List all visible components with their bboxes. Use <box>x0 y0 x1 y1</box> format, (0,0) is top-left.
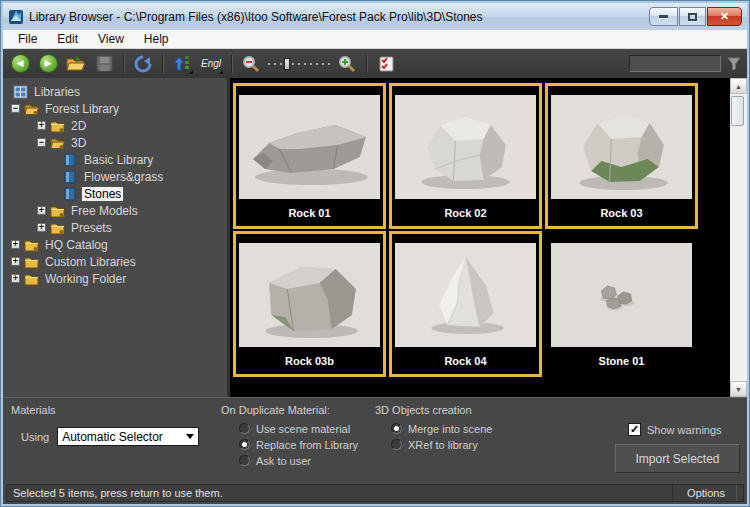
tree-item-3d[interactable]: − 3D <box>3 134 227 151</box>
back-button[interactable]: ◀ <box>9 53 31 75</box>
refresh-icon <box>134 55 152 73</box>
collapse-expander-icon[interactable]: − <box>11 104 20 113</box>
thumbnail-label: Rock 04 <box>444 347 486 374</box>
expand-expander-icon[interactable]: + <box>11 240 20 249</box>
library-book-icon <box>63 153 78 167</box>
tree-item-2d[interactable]: + 2D <box>3 117 227 134</box>
show-warnings-toggle[interactable]: ✓ Show warnings <box>628 423 722 436</box>
expand-expander-icon[interactable]: + <box>11 257 20 266</box>
zoom-out-icon <box>242 55 260 73</box>
collapse-expander-icon[interactable]: − <box>37 138 46 147</box>
duplicate-material-group-label: On Duplicate Material: <box>221 404 330 416</box>
zoom-in-button[interactable] <box>336 53 358 75</box>
radio-replace-from-library[interactable]: Replace from Library <box>239 438 358 451</box>
menu-help[interactable]: Help <box>135 31 178 47</box>
language-label: Engl <box>199 58 223 69</box>
tree-item-basic-library[interactable]: Basic Library <box>3 151 227 168</box>
thumbnail-rock-03b[interactable]: Rock 03b <box>233 231 386 377</box>
thumbnail-size-slider[interactable] <box>268 57 330 71</box>
folder-icon <box>24 238 39 252</box>
toolbar-separator <box>366 55 367 73</box>
radio-use-scene-material[interactable]: Use scene material <box>239 422 358 435</box>
radio-merge-into-scene[interactable]: Merge into scene <box>391 422 492 435</box>
open-library-button[interactable] <box>65 53 87 75</box>
expand-expander-icon[interactable]: + <box>37 121 46 130</box>
radio-icon <box>239 423 250 434</box>
library-book-icon <box>63 187 78 201</box>
tree-item-stones[interactable]: Stones <box>3 185 227 202</box>
thumbnail-rock-02[interactable]: Rock 02 <box>389 83 542 229</box>
filter-icon[interactable] <box>727 57 741 71</box>
close-button[interactable]: ✕ <box>707 7 742 26</box>
radio-ask-to-user[interactable]: Ask to user <box>239 454 358 467</box>
radio-icon <box>239 455 250 466</box>
chevron-down-icon <box>182 428 198 445</box>
dropdown-corner-mark <box>219 70 223 74</box>
expand-expander-icon[interactable]: + <box>37 206 46 215</box>
search-input[interactable] <box>629 55 721 72</box>
radio-xref-to-library[interactable]: XRef to library <box>391 438 492 451</box>
tree-item-free-models[interactable]: + Free Models <box>3 202 227 219</box>
options-panel: Materials Using Automatic Selector On Du… <box>3 397 747 482</box>
folder-icon <box>50 204 65 218</box>
minimize-button[interactable] <box>649 7 678 26</box>
thumbnail-label: Rock 03b <box>285 347 334 374</box>
dropdown-corner-mark <box>189 70 193 74</box>
radio-label: Ask to user <box>256 455 311 467</box>
vertical-scrollbar[interactable]: ▲ ▼ <box>730 78 747 397</box>
tree-item-label: Forest Library <box>43 102 121 116</box>
validate-button[interactable] <box>375 53 397 75</box>
checklist-icon <box>379 56 394 72</box>
scroll-up-icon[interactable]: ▲ <box>730 78 747 94</box>
title-bar: Library Browser - C:\Program Files (x86)… <box>3 3 747 30</box>
import-selected-button[interactable]: Import Selected <box>615 444 740 473</box>
maximize-button[interactable] <box>679 7 706 26</box>
tree-item-label: Stones <box>82 187 123 201</box>
thumbnail-rock-04[interactable]: Rock 04 <box>389 231 542 377</box>
using-label: Using <box>21 431 49 443</box>
thumbnail-stone-01[interactable]: Stone 01 <box>545 231 698 377</box>
forward-button[interactable]: ▶ <box>37 53 59 75</box>
tree-item-working-folder[interactable]: + Working Folder <box>3 270 227 287</box>
rock-03-image <box>551 95 692 199</box>
zoom-out-button[interactable] <box>240 53 262 75</box>
tree-item-libraries[interactable]: Libraries <box>3 83 227 100</box>
language-button[interactable]: Engl <box>199 53 223 75</box>
menu-edit[interactable]: Edit <box>48 31 87 47</box>
library-tree: Libraries − Forest Library + 2D <box>3 78 227 397</box>
slider-thumb[interactable] <box>284 58 290 70</box>
tree-item-label: HQ Catalog <box>43 238 110 252</box>
radio-label: Replace from Library <box>256 439 358 451</box>
material-selector-dropdown[interactable]: Automatic Selector <box>57 427 199 446</box>
tree-item-custom-libraries[interactable]: + Custom Libraries <box>3 253 227 270</box>
stone-01-image <box>551 243 692 347</box>
folder-icon <box>50 221 65 235</box>
options-button[interactable]: Options <box>672 485 737 501</box>
tree-item-label: Custom Libraries <box>43 255 138 269</box>
expand-expander-icon[interactable]: + <box>11 274 20 283</box>
sort-button[interactable] <box>171 53 193 75</box>
save-button[interactable] <box>93 53 115 75</box>
scroll-down-icon[interactable]: ▼ <box>730 381 747 397</box>
dropdown-value: Automatic Selector <box>62 430 163 444</box>
forward-icon: ▶ <box>39 54 58 73</box>
tree-item-hq-catalog[interactable]: + HQ Catalog <box>3 236 227 253</box>
tree-item-flowers-grass[interactable]: Flowers&grass <box>3 168 227 185</box>
tree-item-presets[interactable]: + Presets <box>3 219 227 236</box>
tree-item-forest-library[interactable]: − Forest Library <box>3 100 227 117</box>
tree-item-label: Presets <box>69 221 114 235</box>
menu-file[interactable]: File <box>9 31 46 47</box>
thumbnail-rock-03[interactable]: Rock 03 <box>545 83 698 229</box>
thumbnail-rock-01[interactable]: Rock 01 <box>233 83 386 229</box>
expand-expander-icon[interactable]: + <box>37 223 46 232</box>
scrollbar-thumb[interactable] <box>731 96 744 126</box>
thumbnail-label: Rock 01 <box>288 199 330 226</box>
refresh-button[interactable] <box>132 53 154 75</box>
tree-item-label: Free Models <box>69 204 140 218</box>
materials-section-label: Materials <box>11 404 56 416</box>
scrollbar-track[interactable] <box>730 94 747 381</box>
radio-icon <box>239 439 250 450</box>
open-folder-icon <box>50 136 65 150</box>
menu-view[interactable]: View <box>89 31 133 47</box>
main-content: Libraries − Forest Library + 2D <box>3 78 747 397</box>
